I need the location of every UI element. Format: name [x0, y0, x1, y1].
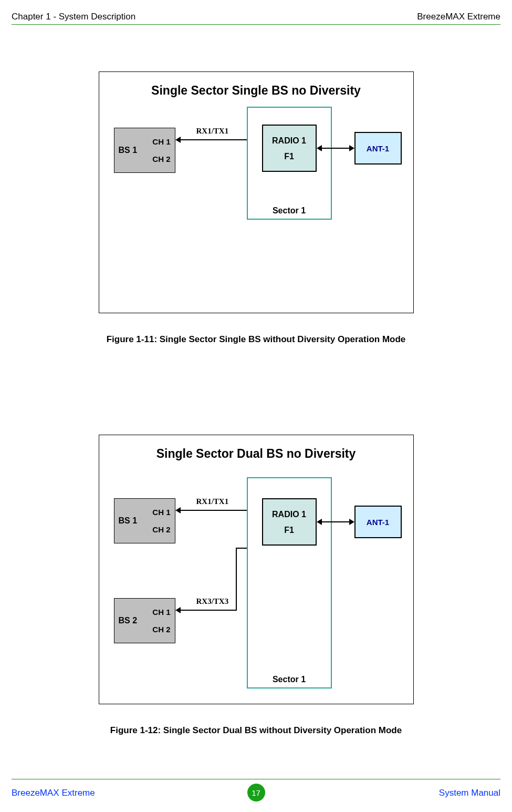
figure-1-11-canvas: Single Sector Single BS no Diversity BS … — [99, 71, 414, 313]
link-radio-ant — [318, 148, 353, 149]
figure-1-12: Single Sector Dual BS no Diversity BS 1 … — [0, 435, 512, 736]
figure-1-11: Single Sector Single BS no Diversity BS … — [0, 71, 512, 345]
figure-1-12-title: Single Sector Dual BS no Diversity — [99, 447, 413, 461]
footer-rule — [12, 779, 500, 779]
page-number-badge: 17 — [247, 784, 265, 801]
bs1-label-f2: BS 1 — [114, 516, 138, 526]
radio-1-line1: RADIO 1 — [263, 133, 316, 149]
figure-1-11-title: Single Sector Single BS no Diversity — [99, 84, 413, 98]
link-bs2-radio-seg1 — [176, 610, 237, 611]
figure-1-12-canvas: Single Sector Dual BS no Diversity BS 1 … — [99, 435, 414, 704]
link-radio-ant-f2 — [318, 521, 353, 522]
bs1-block: BS 1 CH 1 CH 2 — [114, 128, 175, 173]
header-right: BreezeMAX Extreme — [417, 12, 500, 22]
link-bs2-radio-label: RX3/TX3 — [196, 597, 229, 606]
bs1-ch1-f2: CH 1 — [138, 503, 171, 521]
ant-1-block: ANT-1 — [354, 132, 402, 165]
bs1-ch2-f2: CH 2 — [138, 521, 171, 538]
ant-1-label-f2: ANT-1 — [367, 518, 389, 527]
bs2-ch2: CH 2 — [138, 621, 171, 638]
bs1-block-f2: BS 1 CH 1 CH 2 — [114, 498, 175, 543]
figure-1-12-caption: Figure 1-12: Single Sector Dual BS witho… — [110, 725, 402, 736]
link-bs1-radio-label-f2: RX1/TX1 — [196, 497, 229, 506]
radio-1-block-f2: RADIO 1 F1 — [262, 498, 317, 546]
bs1-channels: CH 1 CH 2 — [138, 133, 175, 168]
bs1-ch1: CH 1 — [138, 133, 171, 150]
bs2-channels: CH 1 CH 2 — [138, 603, 175, 638]
radio-1-block: RADIO 1 F1 — [262, 125, 317, 172]
header-rule — [12, 24, 500, 25]
ant-1-label: ANT-1 — [367, 144, 389, 153]
page: Chapter 1 - System Description BreezeMAX… — [0, 0, 512, 812]
link-bs1-radio — [176, 139, 254, 140]
bs2-label: BS 2 — [114, 616, 138, 625]
footer-right: System Manual — [439, 788, 500, 798]
link-bs1-radio-f2 — [176, 510, 254, 511]
bs2-ch1: CH 1 — [138, 603, 171, 621]
radio-1-line2-f2: F1 — [263, 522, 316, 538]
radio-1-line1-f2: RADIO 1 — [263, 507, 316, 522]
sector-1-label: Sector 1 — [248, 206, 331, 215]
link-bs2-radio-seg2 — [236, 548, 237, 611]
ant-1-block-f2: ANT-1 — [354, 506, 402, 538]
bs2-block: BS 2 CH 1 CH 2 — [114, 598, 175, 643]
header-left: Chapter 1 - System Description — [12, 12, 135, 22]
radio-1-line2: F1 — [263, 149, 316, 165]
bs1-ch2: CH 2 — [138, 150, 171, 168]
bs1-label: BS 1 — [114, 146, 138, 155]
bs1-channels-f2: CH 1 CH 2 — [138, 503, 175, 538]
page-number: 17 — [252, 788, 260, 797]
figure-1-11-caption: Figure 1-11: Single Sector Single BS wit… — [107, 334, 406, 345]
footer-left: BreezeMAX Extreme — [12, 788, 95, 798]
sector-1-label-f2: Sector 1 — [248, 675, 331, 684]
page-header: Chapter 1 - System Description BreezeMAX… — [12, 12, 500, 22]
link-bs1-radio-label: RX1/TX1 — [196, 127, 229, 136]
